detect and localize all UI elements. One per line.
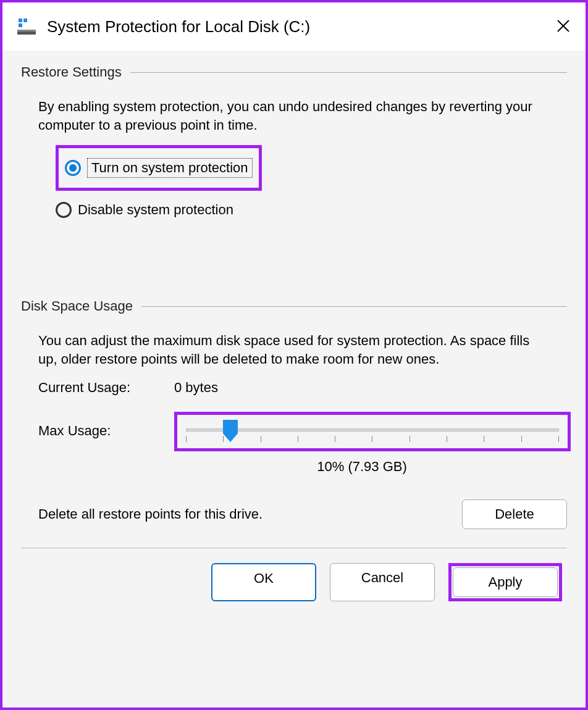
max-usage-label: Max Usage: (38, 412, 174, 439)
delete-restore-points-row: Delete all restore points for this drive… (21, 499, 567, 529)
radio-turn-on-label: Turn on system protection (87, 158, 253, 178)
dialog-body: Restore Settings By enabling system prot… (2, 51, 586, 708)
system-protection-dialog: System Protection for Local Disk (C:) Re… (0, 0, 588, 710)
max-usage-slider[interactable] (186, 422, 559, 446)
current-usage-value: 0 bytes (174, 380, 218, 396)
restore-options: Turn on system protection Disable system… (21, 145, 567, 224)
ok-button[interactable]: OK (211, 563, 316, 601)
current-usage-label: Current Usage: (38, 380, 174, 396)
close-button[interactable] (551, 15, 576, 39)
drive-icon (17, 17, 36, 36)
slider-ticks (186, 436, 559, 443)
radio-icon (56, 202, 72, 218)
svg-rect-1 (23, 19, 27, 22)
svg-rect-2 (19, 23, 22, 27)
max-usage-row: Max Usage: (21, 412, 567, 451)
highlight-turn-on: Turn on system protection (56, 145, 262, 191)
delete-button[interactable]: Delete (462, 499, 567, 529)
close-icon (557, 20, 569, 32)
radio-turn-on-system-protection[interactable]: Turn on system protection (65, 158, 253, 178)
restore-settings-group-header: Restore Settings (21, 64, 567, 80)
svg-rect-0 (19, 19, 22, 22)
dialog-buttons: OK Cancel Apply (21, 548, 567, 616)
radio-disable-label: Disable system protection (78, 202, 233, 218)
title-bar: System Protection for Local Disk (C:) (2, 2, 586, 51)
max-usage-value: 10% (7.93 GB) (21, 459, 567, 475)
restore-description: By enabling system protection, you can u… (21, 98, 567, 134)
restore-settings-label: Restore Settings (21, 64, 122, 80)
highlight-apply: Apply (448, 563, 562, 601)
cancel-button[interactable]: Cancel (330, 563, 435, 601)
usage-description: You can adjust the maximum disk space us… (21, 332, 567, 368)
window-title: System Protection for Local Disk (C:) (47, 17, 551, 36)
delete-restore-points-text: Delete all restore points for this drive… (38, 506, 450, 522)
disk-space-usage-label: Disk Space Usage (21, 298, 133, 314)
radio-disable-system-protection[interactable]: Disable system protection (56, 202, 567, 218)
current-usage-row: Current Usage: 0 bytes (21, 380, 567, 396)
divider (130, 72, 567, 73)
slider-track (186, 428, 559, 432)
svg-rect-4 (17, 30, 36, 31)
disk-space-usage-group-header: Disk Space Usage (21, 298, 567, 314)
radio-icon (65, 160, 81, 176)
apply-button[interactable]: Apply (453, 567, 558, 597)
highlight-max-usage-slider (174, 412, 571, 451)
divider (141, 306, 567, 307)
